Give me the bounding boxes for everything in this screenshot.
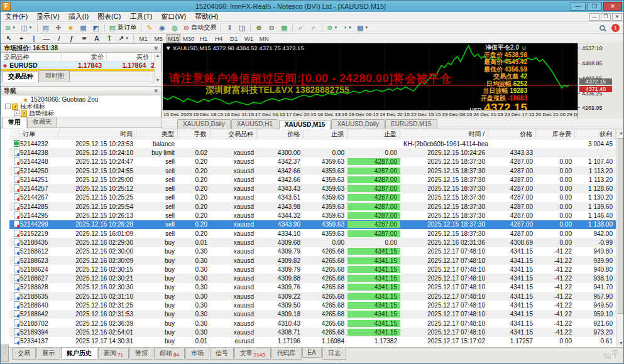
timeframe-H4[interactable]: H4 [212, 34, 226, 43]
bars-chart-icon[interactable]: ‖ [224, 23, 235, 33]
terminal-tab-账户历史[interactable]: 账户历史 [61, 348, 97, 360]
candles-chart-icon[interactable]: ◫ [236, 23, 248, 33]
profiles-icon[interactable]: ◫▼ [19, 23, 34, 33]
chart-collapse-icon[interactable]: ▼ [165, 45, 173, 51]
chart-tab-0-XAUUSD,Daily[interactable]: XAUUSD,Daily [177, 119, 231, 129]
history-row-52152219[interactable]: 521522192025.12.15 16:01:09sell0.20xauus… [9, 229, 616, 238]
col-header-价格[interactable]: 价格 [488, 129, 536, 139]
vline-icon[interactable]: | [28, 33, 40, 43]
periods-icon[interactable]: ◔▼ [341, 23, 354, 33]
chart-window[interactable]: ▼ XAUUSD,M15 4372.98 4384.52 4371.75 437… [163, 43, 624, 119]
mdi-minimize-button[interactable]: — [589, 13, 599, 21]
menu-工具(T)[interactable]: 工具(T) [125, 13, 156, 20]
cursor-icon[interactable]: ↖ [3, 33, 14, 43]
timeframe-D1[interactable]: D1 [227, 34, 241, 43]
timeframe-H1[interactable]: H1 [197, 34, 211, 43]
col-header-交易品种[interactable]: 交易品种 [211, 129, 257, 139]
mw-col-0[interactable]: 交易品种 [1, 53, 62, 61]
mdi-close-button[interactable]: ✕ [612, 13, 622, 21]
col-header-icon[interactable] [9, 129, 19, 139]
terminal-tab-EA[interactable]: EA [302, 348, 322, 358]
text-icon[interactable]: A [91, 33, 102, 43]
community-icon[interactable]: ◍ [169, 23, 180, 33]
terminal-tab-警报[interactable]: 警报 [129, 348, 153, 360]
nav-tab-收藏夹[interactable]: 收藏夹 [27, 116, 57, 127]
label-icon[interactable]: T [104, 33, 115, 43]
history-row-52188623[interactable]: 521886232025.12.16 02:30:09buy0.30xauusd… [9, 256, 616, 265]
mdi-restore-button[interactable]: ❐ [601, 13, 611, 21]
chart-plot[interactable]: ▼ XAUUSD,M15 4372.98 4384.52 4371.75 437… [163, 43, 577, 110]
history-row-52144238[interactable]: 521442382025.12.15 10:24:10buy limit0.02… [9, 148, 616, 157]
history-row-52188642[interactable]: 521886422025.12.16 02:31:53buy0.30xauusd… [9, 310, 616, 319]
col-header-时间[interactable]: 时间 [58, 129, 136, 139]
crosshair-icon[interactable]: + [16, 33, 27, 43]
metaeditor-icon[interactable]: ✎ [144, 23, 155, 33]
templates-icon[interactable]: ▩▼ [355, 23, 370, 33]
trendline-icon[interactable]: / [53, 33, 65, 43]
nav-item-趋势指标[interactable]: +f趋势指标 [1, 110, 161, 117]
hline-icon[interactable]: — [41, 33, 52, 43]
tree-expander-icon[interactable]: - [5, 104, 11, 109]
channel-icon[interactable]: ≡ [79, 33, 90, 43]
market-watch-close-icon[interactable]: ✕ [153, 45, 158, 51]
arrows-icon[interactable]: ↗▼ [116, 33, 131, 43]
terminal-tab-文章[interactable]: 文章2143 [234, 348, 271, 360]
scroll-up-icon[interactable]: ▲ [619, 131, 623, 135]
indicators-icon[interactable]: ⊕▼ [325, 23, 339, 33]
maximize-button[interactable]: ❐ [587, 2, 602, 11]
tree-expander-icon[interactable]: + [14, 110, 19, 116]
col-header-止盈[interactable]: 止盈 [348, 129, 400, 139]
chart-shift-icon[interactable]: ⌐ [308, 23, 319, 33]
title-bar[interactable]: F 15204066: IronFX-Real5 - Notesco (BVI)… [1, 1, 623, 12]
new-chart-icon[interactable]: ⊞▼ [3, 23, 18, 33]
history-row-52144232[interactable]: 521442322025.12.15 10:23:53balanceKH-(2b… [9, 139, 616, 148]
history-row-52144267[interactable]: 521442672025.12.15 10:25:25sell0.20xauus… [9, 193, 616, 202]
timeframe-M30[interactable]: M30 [182, 34, 195, 43]
col-header-止损[interactable]: 止损 [304, 129, 348, 139]
navigator-title[interactable]: 导航 ✕ [1, 86, 161, 95]
nav-tab-常用[interactable]: 常用 [3, 117, 26, 128]
history-row-52144299[interactable]: 521442992025.12.15 10:26:28sell0.20xauus… [9, 220, 616, 229]
chart-tab-3-XAUUSD,Daily[interactable]: XAUUSD,Daily [331, 119, 385, 129]
timeframe-M5[interactable]: M5 [151, 34, 165, 43]
history-row-52188612[interactable]: 521886122025.12.16 02:30:00buy0.30xauusd… [9, 247, 616, 256]
navigator-close-icon[interactable]: ✕ [153, 88, 158, 94]
mw-tab-即时图[interactable]: 即时图 [40, 70, 70, 82]
terminal-icon[interactable]: ▦ [78, 23, 89, 33]
menu-插入(I)[interactable]: 插入(I) [64, 13, 93, 20]
history-table-header[interactable]: 订单时间类型手数交易品种价格止损止盈时间 /价格库存费获利 [9, 129, 616, 139]
history-row-52188635[interactable]: 521886352025.12.16 02:31:10buy0.30xauusd… [9, 292, 616, 301]
chart-tab-2-XAUUSD,M15[interactable]: XAUUSD,M15 [279, 120, 331, 129]
col-header-库存费[interactable]: 库存费 [536, 129, 575, 139]
history-row-52144285[interactable]: 521442852025.12.15 10:25:54sell0.20xauus… [9, 202, 616, 211]
col-header-价格[interactable]: 价格 [257, 129, 304, 139]
mw-tab-交易品种[interactable]: 交易品种 [3, 71, 39, 82]
data-window-icon[interactable]: ✚ [53, 23, 64, 33]
experts-icon[interactable]: ◉ [156, 23, 168, 33]
strategy-tester-icon[interactable]: ◩ [90, 23, 102, 33]
timeframe-M1[interactable]: M1 [136, 34, 150, 43]
history-row-52144251[interactable]: 521442512025.12.15 10:25:00sell0.20xauus… [9, 175, 616, 184]
terminal-tab-市场[interactable]: 市场 [185, 348, 209, 360]
mw-col-2[interactable]: 买价 [107, 53, 152, 61]
market-watch-scrollbar[interactable]: ▲▼ [154, 53, 161, 82]
history-row-52334137[interactable]: 523341372025.12.17 14:30:31buy0.01eurusd… [9, 337, 616, 346]
navigator-icon[interactable]: ★ [65, 23, 77, 33]
autoscroll-icon[interactable]: ⌐ [295, 23, 307, 33]
terminal-tab-交易[interactable]: 交易 [12, 348, 36, 360]
mw-col-1[interactable]: 卖价 [62, 53, 107, 61]
tile-windows-icon[interactable]: ▦ [278, 23, 290, 33]
terminal-tab-代码库[interactable]: 代码库 [271, 348, 302, 360]
scroll-thumb[interactable] [618, 138, 623, 314]
notification-badge[interactable]: 1 [611, 24, 620, 32]
history-row-52188640[interactable]: 521886402025.12.16 02:31:25buy0.30xauusd… [9, 301, 616, 309]
market-watch-title[interactable]: 市场报价: 16:51:38 ✕ [1, 43, 161, 53]
menu-文件(F)[interactable]: 文件(F) [1, 13, 32, 20]
close-button[interactable]: ✕ [603, 2, 622, 11]
side-handle[interactable]: ⁝⁝⁝⁝ [1, 345, 9, 362]
col-header-类型[interactable]: 类型 [136, 129, 178, 139]
history-row-52188624[interactable]: 521886242025.12.16 02:30:15buy0.30xauusd… [9, 265, 616, 274]
menu-显示(V)[interactable]: 显示(V) [32, 13, 64, 20]
chart-tab-1-XAUUSD,H1[interactable]: XAUUSD,H1 [231, 119, 278, 129]
nav-item-技术指标[interactable]: -f技术指标 [1, 103, 161, 110]
